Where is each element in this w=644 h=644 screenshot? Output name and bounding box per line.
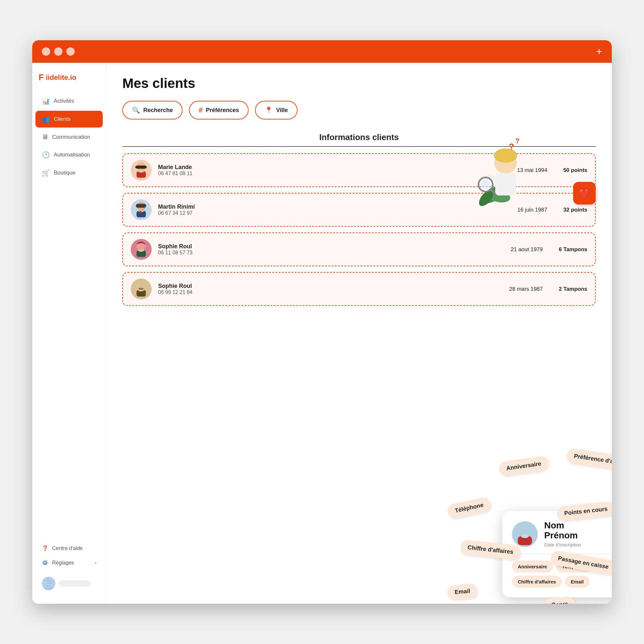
logo-area: F iidelite.io bbox=[32, 72, 106, 92]
client-date-3: 21 aout 1979 bbox=[511, 246, 543, 253]
new-tab-button[interactable]: + bbox=[596, 46, 602, 58]
card-avatar bbox=[512, 521, 538, 547]
client-info-2: Martin Rinimi 06 67 34 12 97 bbox=[158, 204, 501, 216]
logo-icon: F bbox=[39, 72, 44, 82]
sidebar-bottom: ❓ Centre d'aide ⚙️ Réglages › bbox=[32, 541, 106, 594]
filter-bar: 🔍 Recherche # Préférences 📍 Ville bbox=[122, 101, 596, 119]
card-tags: Anniversaire Téléphone Chiffre d'affaire… bbox=[512, 561, 612, 588]
client-points-1: 50 points bbox=[563, 167, 587, 174]
client-phone-3: 06 11 08 57 73 bbox=[158, 250, 495, 256]
reglages-chevron-icon: › bbox=[95, 560, 96, 566]
browser-dots bbox=[42, 47, 75, 56]
user-area bbox=[35, 573, 103, 594]
browser-titlebar: + bbox=[32, 40, 612, 63]
boutique-icon: 🛒 bbox=[42, 169, 50, 177]
stag-anniversaire: Anniversaire bbox=[498, 456, 549, 477]
browser-dot-yellow[interactable] bbox=[54, 47, 62, 56]
filter-ville-button[interactable]: 📍 Ville bbox=[255, 101, 298, 119]
tag-telephone: Téléphone bbox=[556, 561, 592, 573]
sidebar-item-reglages[interactable]: ⚙️ Réglages › bbox=[35, 556, 103, 570]
automatisation-icon: 🕐 bbox=[42, 151, 50, 159]
client-row[interactable]: Sophie Roul 06 99 12 21 84 28 mars 1987 … bbox=[122, 272, 596, 306]
browser-window: + F iidelite.io 📊 Activités 👥 Clients 🖥 … bbox=[32, 40, 612, 604]
client-detail-card: Nom Prénom Date d'inscription Anniversai… bbox=[502, 511, 612, 597]
main-content: Mes clients 🔍 Recherche # Préférences 📍 … bbox=[106, 63, 612, 604]
client-row[interactable]: Martin Rinimi 06 67 34 12 97 16 juin 198… bbox=[122, 193, 596, 227]
client-info-3: Sophie Roul 06 11 08 57 73 bbox=[158, 243, 495, 256]
sidebar: F iidelite.io 📊 Activités 👥 Clients 🖥 Co… bbox=[32, 63, 106, 604]
client-name-4: Sophie Roul bbox=[158, 283, 493, 289]
client-row[interactable]: Sophie Roul 06 11 08 57 73 21 aout 1979 … bbox=[122, 232, 596, 266]
stag-email: Email bbox=[447, 583, 478, 600]
filter-recherche-label: Recherche bbox=[143, 107, 173, 114]
svg-point-13 bbox=[138, 249, 144, 252]
sidebar-item-activites[interactable]: 📊 Activités bbox=[35, 93, 103, 109]
client-avatar-4 bbox=[131, 279, 152, 299]
client-info-1: Marie Lande 06 47 81 08 11 bbox=[158, 164, 501, 176]
client-phone-4: 06 99 12 21 84 bbox=[158, 289, 493, 295]
client-info-4: Sophie Roul 06 99 12 21 84 bbox=[158, 283, 493, 295]
client-phone-1: 06 47 81 08 11 bbox=[158, 171, 501, 176]
svg-point-0 bbox=[46, 578, 52, 584]
client-points-2: 32 points bbox=[563, 207, 587, 213]
client-avatar-2 bbox=[131, 199, 152, 220]
client-date-4: 28 mars 1987 bbox=[509, 286, 543, 292]
card-header: Nom Prénom Date d'inscription bbox=[512, 521, 612, 554]
sidebar-item-label-activites: Activités bbox=[54, 98, 74, 104]
aide-icon: ❓ bbox=[42, 545, 48, 551]
client-date-2: 16 juin 1987 bbox=[517, 207, 547, 213]
recherche-icon: 🔍 bbox=[132, 106, 140, 114]
sidebar-item-aide[interactable]: ❓ Centre d'aide bbox=[35, 541, 103, 555]
client-points-4: 2 Tampons bbox=[559, 286, 587, 292]
filter-recherche-button[interactable]: 🔍 Recherche bbox=[122, 101, 183, 119]
sidebar-item-automatisation[interactable]: 🕐 Automatisation bbox=[35, 147, 103, 163]
aide-label: Centre d'aide bbox=[52, 545, 83, 551]
client-name-3: Sophie Roul bbox=[158, 243, 495, 250]
svg-point-1 bbox=[44, 585, 53, 590]
tag-chiffre: Chiffre d'affaires bbox=[512, 576, 562, 588]
client-avatar-3 bbox=[131, 239, 152, 260]
page-title: Mes clients bbox=[122, 76, 596, 91]
clients-icon: 👥 bbox=[42, 115, 50, 123]
card-inscription-date: Date d'inscription bbox=[544, 542, 581, 547]
filter-preferences-button[interactable]: # Préférences bbox=[189, 101, 249, 119]
filter-preferences-label: Préférences bbox=[206, 107, 239, 114]
sidebar-item-boutique[interactable]: 🛒 Boutique bbox=[35, 165, 103, 181]
filter-ville-label: Ville bbox=[276, 107, 288, 114]
svg-point-4 bbox=[138, 170, 144, 173]
svg-rect-10 bbox=[139, 211, 141, 213]
svg-point-32 bbox=[521, 534, 529, 538]
reglages-icon: ⚙️ bbox=[42, 560, 48, 566]
section-title: Informations clients bbox=[122, 132, 596, 147]
svg-rect-9 bbox=[136, 204, 146, 208]
sidebar-item-label-communication: Communication bbox=[52, 134, 90, 140]
sidebar-item-label-automatisation: Automatisation bbox=[54, 152, 90, 158]
stag-genre: Genre bbox=[544, 596, 576, 604]
reglages-label: Réglages bbox=[52, 560, 74, 566]
sidebar-item-clients[interactable]: 👥 Clients bbox=[35, 111, 103, 128]
stag-telephone: Téléphone bbox=[447, 497, 492, 520]
client-name-2: Martin Rinimi bbox=[158, 204, 501, 210]
sidebar-item-communication[interactable]: 🖥 Communication bbox=[35, 129, 103, 145]
user-name bbox=[59, 580, 91, 587]
app-body: F iidelite.io 📊 Activités 👥 Clients 🖥 Co… bbox=[32, 63, 612, 604]
logo-text: iidelite.io bbox=[46, 73, 76, 82]
sidebar-item-label-clients: Clients bbox=[54, 116, 71, 122]
client-list: Marie Lande 06 47 81 08 11 13 mai 1994 5… bbox=[122, 153, 596, 306]
user-avatar bbox=[42, 577, 55, 590]
tag-email: Email bbox=[565, 576, 590, 588]
sidebar-item-label-boutique: Boutique bbox=[54, 170, 75, 176]
communication-icon: 🖥 bbox=[42, 133, 48, 141]
browser-dot-green[interactable] bbox=[66, 47, 75, 56]
activites-icon: 📊 bbox=[42, 97, 50, 105]
stag-preference: Préférence d'achat bbox=[566, 448, 612, 471]
client-phone-2: 06 67 34 12 97 bbox=[158, 210, 501, 216]
client-name-1: Marie Lande bbox=[158, 164, 501, 171]
client-points-3: 6 Tampons bbox=[559, 246, 587, 253]
card-name-area: Nom Prénom Date d'inscription bbox=[544, 521, 581, 547]
ville-icon: 📍 bbox=[265, 106, 273, 114]
client-date-1: 13 mai 1994 bbox=[517, 167, 547, 174]
svg-rect-5 bbox=[135, 166, 147, 169]
browser-dot-red[interactable] bbox=[42, 47, 50, 56]
client-row[interactable]: Marie Lande 06 47 81 08 11 13 mai 1994 5… bbox=[122, 153, 596, 187]
